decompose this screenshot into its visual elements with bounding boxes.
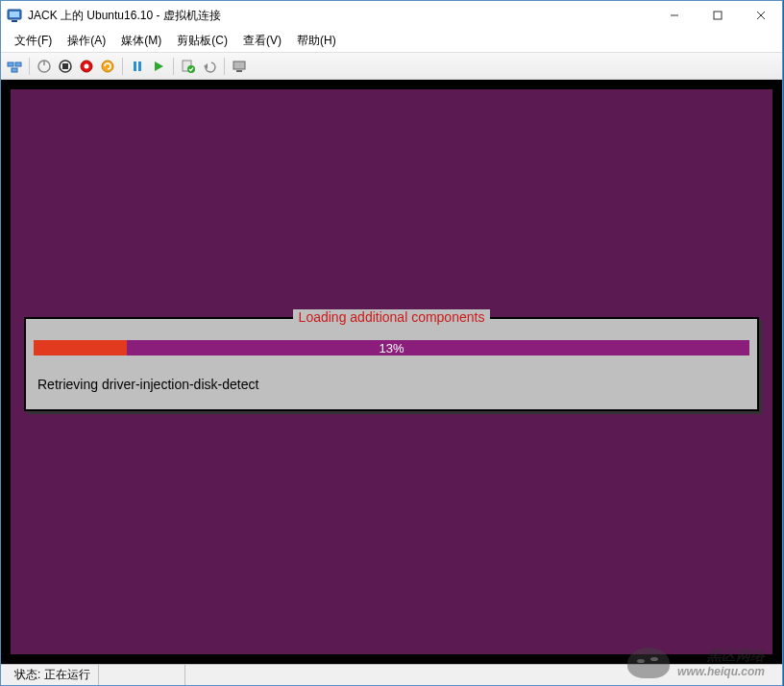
- installer-status-text: Retrieving driver-injection-disk-detect: [34, 377, 749, 392]
- svg-rect-8: [15, 62, 21, 66]
- menu-file[interactable]: 文件(F): [7, 31, 60, 51]
- svg-rect-18: [138, 61, 141, 71]
- separator: [173, 58, 174, 75]
- svg-point-15: [85, 63, 89, 68]
- enhanced-session-button[interactable]: [230, 57, 249, 76]
- guest-screen: Loading additional components 13% Retrie…: [11, 89, 772, 654]
- statusbar: 状态: 正在运行: [1, 664, 782, 685]
- svg-rect-13: [62, 63, 68, 69]
- status-spacer: [99, 665, 185, 685]
- turnoff-button[interactable]: [56, 57, 75, 76]
- progress-bar: 13%: [34, 340, 749, 355]
- menu-media[interactable]: 媒体(M): [113, 31, 169, 51]
- svg-rect-17: [134, 61, 136, 71]
- separator: [224, 58, 225, 75]
- svg-rect-9: [12, 68, 17, 72]
- svg-rect-24: [236, 70, 242, 72]
- svg-marker-19: [155, 61, 163, 71]
- window-title: JACK 上的 Ubuntu16.10 - 虚拟机连接: [28, 8, 652, 24]
- status-value: 正在运行: [44, 667, 90, 683]
- status-section: 状态: 正在运行: [7, 665, 99, 685]
- svg-rect-1: [10, 12, 19, 17]
- titlebar[interactable]: JACK 上的 Ubuntu16.10 - 虚拟机连接: [1, 1, 782, 30]
- toolbar: [1, 53, 782, 80]
- close-button[interactable]: [739, 1, 782, 30]
- progress-fill: [34, 340, 127, 355]
- resume-button[interactable]: [149, 57, 168, 76]
- vm-connection-window: JACK 上的 Ubuntu16.10 - 虚拟机连接 文件(F) 操作(A) …: [0, 0, 783, 686]
- vm-display[interactable]: Loading additional components 13% Retrie…: [1, 80, 782, 664]
- reset-button[interactable]: [98, 57, 117, 76]
- svg-rect-7: [8, 62, 13, 66]
- start-button[interactable]: [35, 57, 54, 76]
- svg-point-16: [102, 61, 113, 72]
- pause-button[interactable]: [128, 57, 147, 76]
- menu-action[interactable]: 操作(A): [60, 31, 113, 51]
- menu-view[interactable]: 查看(V): [235, 31, 289, 51]
- window-controls: [652, 1, 782, 30]
- minimize-button[interactable]: [652, 1, 696, 30]
- installer-title: Loading additional components: [293, 309, 491, 325]
- ctrl-alt-del-button[interactable]: [5, 57, 24, 76]
- svg-rect-4: [714, 12, 722, 19]
- svg-rect-2: [12, 20, 17, 22]
- separator: [122, 58, 123, 75]
- menu-clipboard[interactable]: 剪贴板(C): [169, 31, 235, 51]
- menu-help[interactable]: 帮助(H): [289, 31, 344, 51]
- checkpoint-button[interactable]: [179, 57, 198, 76]
- svg-rect-23: [233, 61, 245, 69]
- menubar: 文件(F) 操作(A) 媒体(M) 剪贴板(C) 查看(V) 帮助(H): [1, 30, 782, 53]
- status-label: 状态:: [14, 667, 40, 683]
- installer-dialog: Loading additional components 13% Retrie…: [24, 317, 759, 411]
- revert-button[interactable]: [200, 57, 219, 76]
- separator: [29, 58, 30, 75]
- progress-label: 13%: [379, 341, 404, 355]
- vm-icon: [7, 8, 22, 23]
- maximize-button[interactable]: [696, 1, 739, 30]
- shutdown-button[interactable]: [77, 57, 96, 76]
